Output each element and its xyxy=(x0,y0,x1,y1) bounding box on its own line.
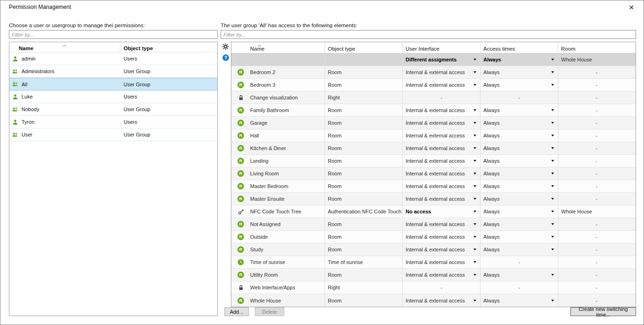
element-row[interactable]: NFC Code Touch TreeAuthentication NFC Co… xyxy=(231,205,636,218)
dropdown-arrow-icon[interactable] xyxy=(551,211,554,212)
summary-row[interactable]: Different assigmentsAlwaysWhole House xyxy=(231,53,636,66)
dropdown-arrow-icon[interactable] xyxy=(474,173,476,174)
user-interface-select[interactable]: No access xyxy=(403,205,481,218)
dropdown-arrow-icon[interactable] xyxy=(551,122,554,124)
element-row[interactable]: RUtility RoomRoomInternal & external acc… xyxy=(231,269,636,281)
dropdown-arrow-icon[interactable] xyxy=(551,300,554,302)
dropdown-arrow-icon[interactable] xyxy=(551,249,554,250)
add-button[interactable]: Add... xyxy=(224,307,249,316)
element-row[interactable]: RStudyRoomInternal & external accessAlwa… xyxy=(231,243,636,256)
user-interface-select[interactable]: Internal & external access xyxy=(403,180,481,192)
user-interface-select[interactable]: Different assigments xyxy=(403,53,481,66)
dropdown-arrow-icon[interactable] xyxy=(474,71,476,73)
element-row[interactable]: RWhole HouseRoomInternal & external acce… xyxy=(231,294,636,307)
user-interface-select[interactable]: Internal & external access xyxy=(403,294,481,307)
element-row[interactable]: Time of sunriseTime of sunriseInternal &… xyxy=(231,256,636,269)
access-times-select[interactable]: Always xyxy=(481,243,558,256)
dropdown-arrow-icon[interactable] xyxy=(474,300,476,302)
user-interface-select[interactable]: Internal & external access xyxy=(403,79,481,91)
user-interface-select[interactable]: Internal & external access xyxy=(403,256,481,268)
access-times-select[interactable]: Always xyxy=(481,129,558,142)
element-row[interactable]: RMaster EnsuiteRoomInternal & external a… xyxy=(231,193,636,205)
user-row[interactable]: adminUsers xyxy=(9,53,217,65)
user-interface-select[interactable]: Internal & external access xyxy=(403,155,481,167)
access-times-select[interactable]: Always xyxy=(481,66,558,78)
column-header-user-interface[interactable]: User Interface xyxy=(403,42,481,53)
elements-filter-input[interactable] xyxy=(221,30,636,39)
access-times-select[interactable]: Always xyxy=(481,142,558,154)
dropdown-arrow-icon[interactable] xyxy=(474,198,476,200)
access-times-select[interactable]: Always xyxy=(481,79,558,91)
user-interface-select[interactable]: Internal & external access xyxy=(403,193,481,205)
user-interface-select[interactable]: Internal & external access xyxy=(403,269,481,281)
user-row[interactable]: UserUser Group xyxy=(9,128,217,141)
dropdown-arrow-icon[interactable] xyxy=(474,223,476,225)
access-times-select[interactable]: Always xyxy=(481,218,558,230)
user-row[interactable]: NobodyUser Group xyxy=(9,103,217,116)
element-row[interactable]: RLiving RoomRoomInternal & external acce… xyxy=(231,167,636,180)
dropdown-arrow-icon[interactable] xyxy=(551,71,554,73)
dropdown-arrow-icon[interactable] xyxy=(551,147,554,149)
element-row[interactable]: RFamily BathroomRoomInternal & external … xyxy=(231,104,636,117)
column-header-name[interactable]: Name xyxy=(9,42,120,52)
access-times-select[interactable]: Always xyxy=(481,167,558,180)
access-times-select[interactable]: Always xyxy=(481,53,558,66)
element-row[interactable]: Change visualizationRight--- xyxy=(231,91,636,104)
dropdown-arrow-icon[interactable] xyxy=(551,84,554,86)
user-interface-select[interactable]: Internal & external access xyxy=(403,129,481,142)
user-interface-select[interactable]: Internal & external access xyxy=(403,66,481,78)
dropdown-arrow-icon[interactable] xyxy=(551,198,554,200)
user-row[interactable]: LukeUsers xyxy=(9,91,217,103)
dropdown-arrow-icon[interactable] xyxy=(474,109,476,111)
access-times-select[interactable]: Always xyxy=(481,294,558,307)
close-icon[interactable]: ✕ xyxy=(626,3,637,12)
access-times-select[interactable]: Always xyxy=(481,155,558,167)
dropdown-arrow-icon[interactable] xyxy=(474,122,476,124)
element-row[interactable]: Web Interface/AppsRight--- xyxy=(231,281,636,294)
dropdown-arrow-icon[interactable] xyxy=(474,147,476,149)
column-header-room[interactable]: Room xyxy=(558,42,635,53)
element-row[interactable]: ROutsideRoomInternal & external accessAl… xyxy=(231,231,636,243)
element-row[interactable]: RLandingRoomInternal & external accessAl… xyxy=(231,155,636,167)
access-times-select[interactable]: Always xyxy=(481,269,558,281)
user-interface-select[interactable]: Internal & external access xyxy=(403,167,481,180)
dropdown-arrow-icon[interactable] xyxy=(474,84,476,86)
dropdown-arrow-icon[interactable] xyxy=(474,59,476,60)
help-icon[interactable]: ? xyxy=(222,54,229,61)
access-times-select[interactable]: Always xyxy=(481,193,558,205)
settings-gear-icon[interactable] xyxy=(222,43,229,50)
user-interface-select[interactable]: Internal & external access xyxy=(403,218,481,230)
element-row[interactable]: RBedroom 2RoomInternal & external access… xyxy=(231,66,636,79)
dropdown-arrow-icon[interactable] xyxy=(551,109,554,111)
column-header-object-type[interactable]: Object type xyxy=(325,42,403,53)
column-header-name[interactable]: Name xyxy=(231,42,325,53)
users-filter-input[interactable] xyxy=(9,30,218,39)
user-interface-select[interactable]: Internal & external access xyxy=(403,117,481,129)
user-row[interactable]: AllUser Group xyxy=(9,78,217,91)
access-times-select[interactable]: Always xyxy=(481,104,558,116)
user-interface-select[interactable]: Internal & external access xyxy=(403,231,481,243)
dropdown-arrow-icon[interactable] xyxy=(474,135,476,136)
dropdown-arrow-icon[interactable] xyxy=(551,236,554,238)
element-row[interactable]: RKitchen & DinerRoomInternal & external … xyxy=(231,142,636,155)
delete-button[interactable]: Delete xyxy=(255,307,284,316)
dropdown-arrow-icon[interactable] xyxy=(474,274,476,276)
access-times-select[interactable]: Always xyxy=(481,180,558,192)
user-row[interactable]: AdministratorsUser Group xyxy=(9,65,217,78)
dropdown-arrow-icon[interactable] xyxy=(551,223,554,225)
dropdown-arrow-icon[interactable] xyxy=(551,160,554,162)
column-header-object-type[interactable]: Object type xyxy=(120,42,217,52)
element-row[interactable]: RBedroom 3RoomInternal & external access… xyxy=(231,79,636,91)
create-new-switching-time-button[interactable]: Create new switching time... xyxy=(570,307,636,316)
element-row[interactable]: RMaster BedroomRoomInternal & external a… xyxy=(231,180,636,193)
dropdown-arrow-icon[interactable] xyxy=(551,59,554,60)
element-row[interactable]: RGarageRoomInternal & external accessAlw… xyxy=(231,117,636,129)
dropdown-arrow-icon[interactable] xyxy=(474,211,476,212)
user-interface-select[interactable]: Internal & external access xyxy=(403,243,481,256)
access-times-select[interactable]: Always xyxy=(481,205,558,218)
dropdown-arrow-icon[interactable] xyxy=(474,185,476,187)
access-times-select[interactable]: Always xyxy=(481,117,558,129)
element-row[interactable]: RNot AssignedRoomInternal & external acc… xyxy=(231,218,636,231)
dropdown-arrow-icon[interactable] xyxy=(551,185,554,187)
column-header-access-times[interactable]: Access times xyxy=(481,42,558,53)
